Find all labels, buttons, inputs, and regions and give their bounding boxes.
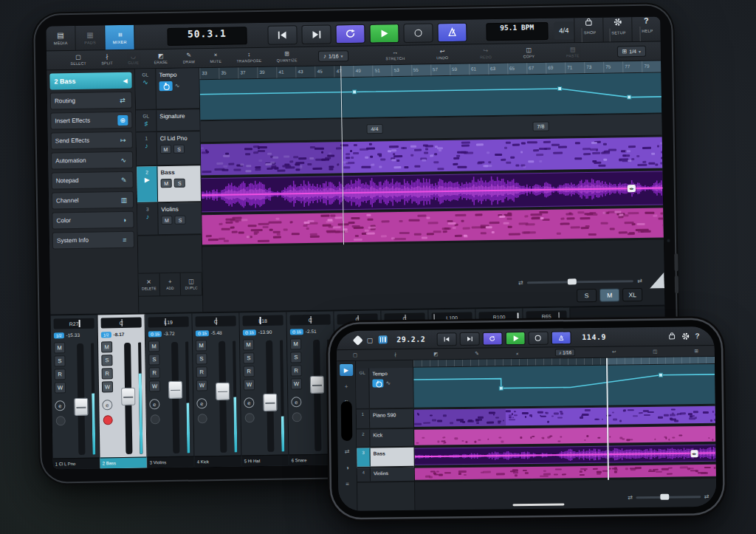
tool-button[interactable]: GLUE <box>128 54 139 65</box>
mute-button[interactable]: M <box>196 340 207 351</box>
grid-icon[interactable]: ⊞ <box>694 348 698 354</box>
channel-edit-button[interactable]: e <box>102 400 112 410</box>
help-button[interactable]: ? HELP <box>631 17 661 42</box>
pan-slider[interactable]: L18 <box>243 315 284 326</box>
track-list-button[interactable]: ADD <box>159 273 181 295</box>
record-button[interactable] <box>403 23 433 43</box>
record-enable-button[interactable] <box>103 415 113 425</box>
write-automation-button[interactable]: W <box>102 381 113 392</box>
setup-button[interactable]: SETUP <box>602 17 632 42</box>
piano-midi-clip[interactable] <box>201 137 663 175</box>
tool-button[interactable]: SPLIT <box>101 54 113 65</box>
volume-fader[interactable] <box>219 341 227 453</box>
draw-tool-icon[interactable]: ✎ <box>475 351 479 357</box>
pan-slider[interactable]: C <box>384 313 425 324</box>
routing-icon[interactable]: ⇄ <box>340 445 354 457</box>
zoom-scrollbar[interactable]: ⇄ ⇄ <box>628 492 709 502</box>
quantize-value-chip[interactable]: ♪ 1/16 ▾ <box>318 50 348 62</box>
view-tab[interactable]: PADS <box>75 25 106 50</box>
record-enable-button[interactable] <box>56 416 66 425</box>
gear-icon[interactable] <box>681 332 690 340</box>
mute-button[interactable]: M <box>160 145 171 154</box>
record-button[interactable] <box>528 331 548 344</box>
volume-fader[interactable] <box>313 340 321 451</box>
mixer-channel-strip[interactable]: L18 G 15 -13.90 M S <box>239 312 289 466</box>
go-to-start-button[interactable] <box>267 25 297 45</box>
copy-icon[interactable]: ◫ <box>653 349 657 355</box>
solo-button[interactable]: S <box>54 355 65 366</box>
mute-button[interactable]: M <box>54 342 65 353</box>
channel-edit-button[interactable]: e <box>244 397 254 408</box>
read-automation-button[interactable]: R <box>196 366 207 377</box>
pan-slider[interactable]: C <box>290 315 331 326</box>
inspector-item[interactable]: Insert Effects <box>50 112 132 130</box>
signature-marker[interactable]: 7/8 <box>532 121 549 131</box>
pan-slider[interactable]: C <box>337 314 377 325</box>
cycle-button[interactable] <box>482 332 502 345</box>
bpm-display[interactable]: 95.1 BPM <box>486 21 548 40</box>
write-automation-button[interactable]: W <box>149 380 160 391</box>
zoom-scrollbar[interactable]: ⇄ ⇄ <box>518 275 642 288</box>
tool-button[interactable]: UNDO <box>436 49 448 60</box>
record-enable-button[interactable] <box>245 413 255 422</box>
volume-fader[interactable] <box>77 343 85 455</box>
view-tab[interactable]: MIXER <box>105 25 135 50</box>
inspector-toggle-icon[interactable]: ▶ <box>340 364 353 376</box>
inspector-item[interactable]: Send Effects <box>51 131 133 150</box>
record-enable-button[interactable] <box>198 414 207 423</box>
scroll-thumb[interactable] <box>567 278 576 284</box>
channel-edit-button[interactable]: e <box>196 398 207 408</box>
inspector-item[interactable]: System Info <box>52 231 134 250</box>
track-list-button[interactable]: DUPLC <box>181 273 202 295</box>
solo-button[interactable]: S <box>243 352 254 363</box>
track-height-button[interactable]: XL <box>622 288 642 301</box>
solo-button[interactable]: S <box>173 145 185 154</box>
inspector-item[interactable]: Routing <box>50 92 132 110</box>
volume-fader[interactable] <box>266 340 274 452</box>
solo-button[interactable]: S <box>174 216 185 225</box>
time-display[interactable]: 50.3.1 <box>167 27 247 46</box>
quantize-value-chip[interactable]: ♪ 1/16 <box>555 349 575 356</box>
pan-slider[interactable]: C <box>196 316 236 327</box>
read-automation-button[interactable]: R <box>149 367 160 378</box>
split-tool-icon[interactable]: ∤ <box>394 352 396 357</box>
pan-slider[interactable]: R27 <box>54 318 94 329</box>
write-automation-button[interactable]: W <box>196 380 207 391</box>
channel-edit-button[interactable]: e <box>291 397 301 407</box>
write-automation-button[interactable]: W <box>291 378 302 389</box>
tool-button[interactable]: ERASE <box>154 53 168 64</box>
tool-button[interactable]: DRAW <box>182 52 195 64</box>
write-automation-button[interactable]: W <box>55 382 66 393</box>
cycle-button[interactable] <box>335 24 365 44</box>
fader-handle[interactable] <box>121 388 135 405</box>
track-height-button[interactable]: M <box>599 288 619 301</box>
zoom-out-icon[interactable]: ⇄ <box>518 279 523 286</box>
help-icon[interactable]: ? <box>695 332 699 340</box>
zoom-out-icon[interactable]: ⇄ <box>628 494 633 501</box>
inspector-item[interactable]: Color <box>52 211 134 230</box>
solo-button[interactable]: S <box>196 353 207 364</box>
bass-audio-clip[interactable]: ◂▸ <box>414 445 715 465</box>
tool-button[interactable]: MUTE <box>210 52 221 64</box>
pads-icon[interactable]: ▢ <box>367 336 374 343</box>
track-header[interactable]: 4 Violins ∿ <box>357 468 414 483</box>
mixer-channel-strip[interactable]: R27 1/2 -15.33 M S <box>50 315 100 470</box>
solo-button[interactable]: S <box>290 352 301 363</box>
go-to-end-button[interactable] <box>301 24 331 44</box>
record-enable-button[interactable] <box>151 414 160 424</box>
tempo-lane[interactable] <box>413 364 715 409</box>
read-automation-button[interactable]: R <box>55 369 66 380</box>
scroll-thumb[interactable] <box>661 494 670 500</box>
pan-slider[interactable]: L100 <box>431 312 472 324</box>
read-automation-button[interactable]: R <box>244 366 255 377</box>
color-icon[interactable]: ◑ <box>340 462 354 473</box>
mute-tool-icon[interactable]: × <box>516 351 519 356</box>
volume-fader[interactable] <box>124 343 132 454</box>
tempo-power-toggle[interactable] <box>159 81 173 91</box>
write-automation-button[interactable]: W <box>244 379 255 390</box>
kick-midi-clip[interactable] <box>414 426 715 445</box>
select-tool-icon[interactable]: ▢ <box>353 352 357 358</box>
track-list-button[interactable]: DELETE <box>139 273 160 295</box>
read-automation-button[interactable]: R <box>102 368 113 379</box>
zoom-in-icon[interactable]: ⇄ <box>704 493 709 499</box>
